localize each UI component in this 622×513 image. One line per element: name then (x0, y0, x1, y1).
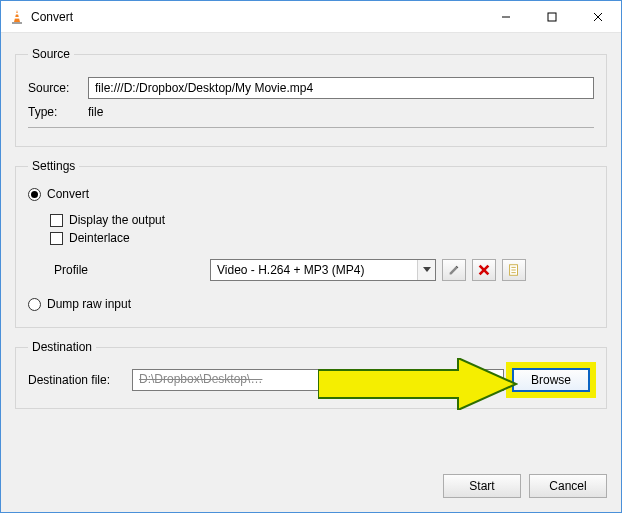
new-profile-button[interactable] (502, 259, 526, 281)
browse-button[interactable]: Browse (512, 368, 590, 392)
radio-icon (28, 188, 41, 201)
start-button[interactable]: Start (443, 474, 521, 498)
maximize-button[interactable] (529, 1, 575, 33)
dump-raw-radio[interactable]: Dump raw input (28, 297, 594, 311)
deinterlace-label: Deinterlace (69, 231, 130, 245)
destination-legend: Destination (28, 340, 96, 354)
destination-file-input[interactable]: D:\Dropbox\Desktop\… (132, 369, 504, 391)
type-value: file (88, 105, 103, 119)
deinterlace-checkbox[interactable]: Deinterlace (50, 231, 594, 245)
convert-radio-label: Convert (47, 187, 89, 201)
svg-rect-1 (12, 22, 22, 24)
display-output-label: Display the output (69, 213, 165, 227)
cancel-button[interactable]: Cancel (529, 474, 607, 498)
dialog-footer: Start Cancel (1, 474, 621, 512)
svg-marker-0 (14, 10, 20, 22)
profile-value: Video - H.264 + MP3 (MP4) (211, 263, 417, 277)
radio-icon (28, 298, 41, 311)
delete-profile-button[interactable] (472, 259, 496, 281)
svg-marker-8 (423, 267, 431, 272)
profile-combobox[interactable]: Video - H.264 + MP3 (MP4) (210, 259, 436, 281)
destination-file-label: Destination file: (28, 373, 128, 387)
close-button[interactable] (575, 1, 621, 33)
display-output-checkbox[interactable]: Display the output (50, 213, 594, 227)
type-label: Type: (28, 105, 82, 119)
window-title: Convert (31, 10, 73, 24)
convert-dialog: Convert Source Source: Type: file (0, 0, 622, 513)
settings-group: Settings Convert Display the output Dein… (15, 159, 607, 328)
dump-raw-label: Dump raw input (47, 297, 131, 311)
source-legend: Source (28, 47, 74, 61)
source-label: Source: (28, 81, 82, 95)
destination-group: Destination Destination file: D:\Dropbox… (15, 340, 607, 409)
minimize-button[interactable] (483, 1, 529, 33)
source-group: Source Source: Type: file (15, 47, 607, 147)
edit-profile-button[interactable] (442, 259, 466, 281)
svg-rect-2 (15, 13, 18, 15)
convert-radio[interactable]: Convert (28, 187, 594, 201)
settings-legend: Settings (28, 159, 79, 173)
checkbox-icon (50, 232, 63, 245)
source-input[interactable] (88, 77, 594, 99)
svg-rect-5 (548, 13, 556, 21)
svg-rect-3 (15, 17, 20, 19)
checkbox-icon (50, 214, 63, 227)
titlebar: Convert (1, 1, 621, 33)
profile-label: Profile (54, 263, 204, 277)
vlc-icon (9, 9, 25, 25)
chevron-down-icon (417, 260, 435, 280)
